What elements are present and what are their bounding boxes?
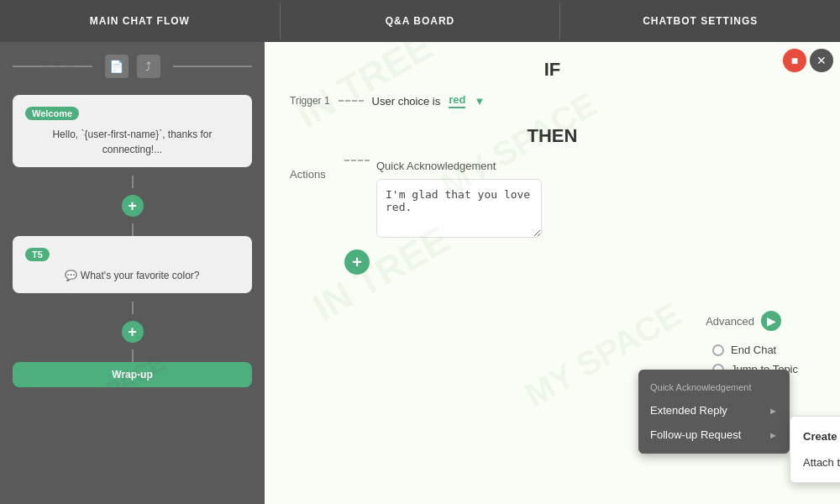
sub-context-menu: Create a request Attach to requests bbox=[790, 416, 840, 483]
context-menu: Quick Acknowledgement Extended Reply ► F… bbox=[638, 370, 790, 454]
tab-chatbot-settings[interactable]: CHATBOT SETTINGS bbox=[560, 3, 840, 39]
t5-text: 💬 What's your favorite color? bbox=[25, 268, 239, 283]
ack-header: Quick Acknowledgement bbox=[376, 160, 542, 172]
trigger-dropdown-arrow[interactable]: ▼ bbox=[474, 95, 485, 108]
context-menu-followup-request[interactable]: Follow-up Request ► bbox=[638, 423, 790, 447]
tab-main-chat-flow[interactable]: MAIN CHAT FLOW bbox=[0, 3, 281, 39]
acknowledgement-block: Quick Acknowledgement bbox=[344, 160, 542, 241]
welcome-label: Welcome bbox=[25, 105, 239, 127]
ack-dashed-line bbox=[344, 160, 370, 161]
welcome-text: Hello, `{user-first-name}`, thanks for c… bbox=[25, 127, 239, 157]
sub-menu-attach-requests[interactable]: Attach to requests bbox=[790, 449, 840, 475]
tab-qa-board[interactable]: Q&A BOARD bbox=[281, 3, 561, 39]
followup-request-arrow: ► bbox=[769, 430, 778, 440]
main-layout: IN TREE MY SPACE IN TREE MY SPACE 📄 ⤴ We… bbox=[0, 42, 840, 504]
wrapup-node: Wrap-up bbox=[13, 362, 252, 387]
then-header: THEN bbox=[290, 125, 815, 147]
followup-request-label: Follow-up Request bbox=[650, 428, 741, 441]
welcome-node: Welcome Hello, `{user-first-name}`, than… bbox=[13, 95, 252, 167]
if-header: IF bbox=[290, 59, 815, 81]
t5-label-wrapper: T5 bbox=[25, 246, 239, 268]
sidebar-toolbar: 📄 ⤴ bbox=[13, 55, 252, 78]
actions-inner: Quick Acknowledgement + bbox=[344, 160, 542, 275]
expand-btn[interactable]: ✕ bbox=[810, 49, 833, 72]
add-action-btn[interactable]: + bbox=[344, 249, 370, 275]
toolbar-line-left bbox=[13, 66, 92, 67]
trigger-condition: User choice is bbox=[372, 95, 441, 108]
end-chat-label: End Chat bbox=[731, 344, 776, 356]
top-right-buttons: ■ ✕ bbox=[783, 49, 833, 72]
t5-node: T5 💬 What's your favorite color? bbox=[13, 236, 252, 293]
advanced-row: Advanced ▶ bbox=[696, 311, 781, 331]
ack-content: Quick Acknowledgement bbox=[376, 160, 542, 241]
context-menu-extended-reply[interactable]: Extended Reply ► bbox=[638, 398, 790, 423]
radio-end-chat: End Chat bbox=[712, 344, 798, 356]
connector-2 bbox=[132, 223, 134, 236]
connector-4 bbox=[132, 349, 134, 362]
chat-bubble-icon: 💬 bbox=[65, 270, 77, 281]
toolbar-line-right bbox=[173, 66, 253, 67]
advanced-label: Advanced bbox=[706, 315, 754, 328]
ack-connector bbox=[344, 160, 370, 161]
radio-circle-end-chat[interactable] bbox=[712, 344, 724, 356]
advanced-btn[interactable]: ▶ bbox=[761, 311, 781, 331]
connector-1 bbox=[132, 176, 134, 188]
share-icon[interactable]: ⤴ bbox=[137, 55, 160, 78]
extended-reply-arrow: ► bbox=[769, 406, 778, 416]
toolbar-icons: 📄 ⤴ bbox=[105, 55, 160, 78]
add-btn-1[interactable]: + bbox=[122, 195, 144, 217]
close-btn[interactable]: ■ bbox=[783, 49, 806, 72]
right-panel: IN TREE MY SPACE IN TREE MY SPACE ■ ✕ IF… bbox=[265, 42, 840, 504]
add-btn-2[interactable]: + bbox=[122, 321, 144, 343]
actions-area: Actions Quick Acknowledgement + bbox=[290, 160, 815, 275]
trigger-value: red bbox=[449, 93, 465, 108]
ack-label: Quick Acknowledgement bbox=[376, 160, 496, 172]
context-menu-header: Quick Acknowledgement bbox=[638, 376, 790, 398]
extended-reply-label: Extended Reply bbox=[650, 404, 727, 417]
sidebar: IN TREE MY SPACE IN TREE MY SPACE 📄 ⤴ We… bbox=[0, 42, 265, 504]
trigger-dashed-line bbox=[339, 100, 364, 102]
message-textarea[interactable] bbox=[376, 179, 542, 238]
trigger-row: Trigger 1 User choice is red ▼ bbox=[290, 93, 815, 108]
trigger-label: Trigger 1 bbox=[290, 95, 330, 107]
sub-menu-header: Create a request bbox=[790, 423, 840, 449]
connector-3 bbox=[132, 302, 134, 314]
top-navigation: MAIN CHAT FLOW Q&A BOARD CHATBOT SETTING… bbox=[0, 0, 840, 42]
r-watermark1: IN TREE bbox=[289, 42, 440, 137]
document-icon[interactable]: 📄 bbox=[105, 55, 129, 78]
actions-label: Actions bbox=[290, 160, 332, 181]
